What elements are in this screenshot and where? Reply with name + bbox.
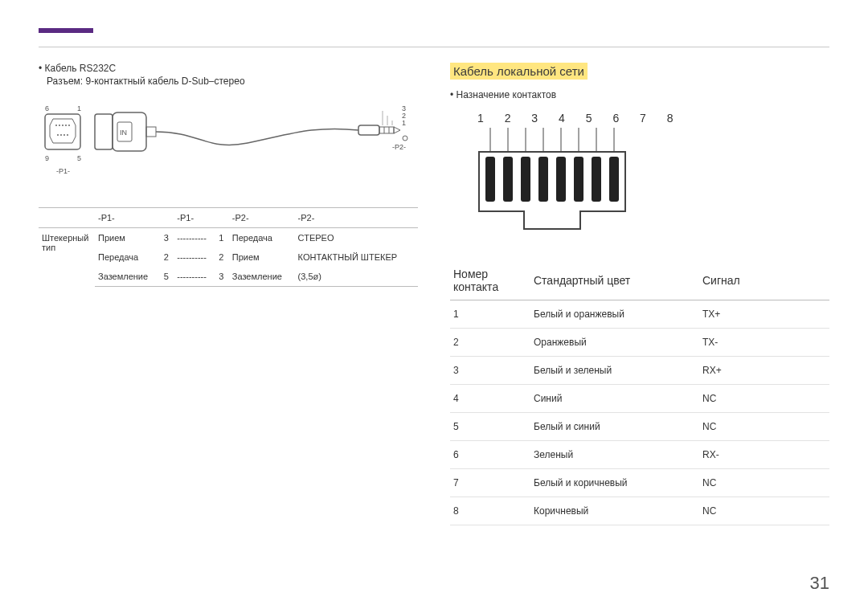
svg-point-2 — [62, 125, 63, 126]
hdr-p1b: -P1- — [174, 208, 215, 228]
svg-point-17 — [403, 136, 407, 141]
page-body: Кабель RS232C Разъем: 9-контактный кабел… — [39, 63, 829, 525]
hdr-p2a: -P2- — [229, 208, 295, 228]
table-row: 5Белый и синийNC — [450, 413, 829, 441]
stereo-plug-icon — [358, 125, 407, 141]
hdr-p2b: -P2- — [295, 208, 418, 228]
svg-rect-36 — [609, 157, 619, 202]
table-row: 6ЗеленыйRX- — [450, 441, 829, 469]
dsub-pin-table: -P1- -P1- -P2- -P2- Штекерный тип Прием … — [39, 207, 418, 287]
lan-heading: Кабель локальной сети — [450, 63, 588, 80]
svg-point-6 — [60, 134, 62, 136]
svg-rect-9 — [95, 114, 113, 149]
table-row: 8КоричневыйNC — [450, 497, 829, 525]
table-header-row: Номер контакта Стандартный цвет Сигнал — [450, 261, 829, 300]
table-row: Передача 2 ---------- 2 Прием КОНТАКТНЫЙ… — [39, 247, 418, 267]
pin5-label: 5 — [77, 154, 81, 162]
left-column: Кабель RS232C Разъем: 9-контактный кабел… — [39, 63, 418, 525]
right-column: Кабель локальной сети Назначение контакт… — [450, 63, 829, 525]
svg-point-5 — [57, 134, 59, 136]
pin6-label: 6 — [45, 104, 49, 112]
table-row: Заземление 5 ---------- 3 Заземление (3,… — [39, 267, 418, 287]
svg-point-7 — [63, 134, 65, 136]
svg-rect-31 — [521, 157, 530, 202]
svg-rect-32 — [538, 157, 548, 202]
svg-rect-30 — [503, 157, 513, 202]
lan-bullet: Назначение контактов — [450, 89, 829, 100]
db9-shell-icon: IN — [95, 112, 156, 151]
hdr-num: Номер контакта — [450, 261, 530, 300]
svg-point-8 — [67, 134, 68, 136]
p1-diag-label: -P1- — [56, 167, 70, 175]
lan-pinout-table: Номер контакта Стандартный цвет Сигнал 1… — [450, 261, 829, 525]
db9-front-icon — [45, 114, 80, 149]
p2-diag-label: -P2- — [392, 143, 406, 151]
svg-point-4 — [68, 125, 70, 126]
table-row: 7Белый и коричневыйNC — [450, 469, 829, 497]
header-accent — [39, 28, 93, 33]
cable-title: Кабель RS232C — [39, 63, 418, 74]
header-rule — [39, 47, 829, 47]
svg-point-3 — [65, 125, 67, 126]
dsub-diagram: 6 1 9 5 -P1- — [39, 95, 418, 199]
svg-point-1 — [59, 125, 60, 126]
rj45-icon — [479, 128, 625, 229]
pin1-label: 1 — [77, 104, 81, 112]
table-row: 1Белый и оранжевыйTX+ — [450, 300, 829, 329]
page-number: 31 — [810, 573, 829, 594]
pin9-label: 9 — [45, 154, 49, 162]
svg-rect-29 — [485, 157, 495, 202]
table-row: Штекерный тип Прием 3 ---------- 1 Перед… — [39, 228, 418, 248]
table-row: 2ОранжевыйTX- — [450, 329, 829, 357]
svg-rect-12 — [146, 127, 156, 137]
svg-rect-14 — [379, 127, 394, 133]
in-label: IN — [120, 129, 127, 137]
table-row: 4СинийNC — [450, 385, 829, 413]
rj45-diagram: 1 2 3 4 5 6 7 8 — [474, 112, 829, 243]
pin-numbers: 1 2 3 4 5 6 7 8 — [477, 112, 829, 125]
cable-icon — [156, 129, 358, 145]
svg-rect-33 — [556, 157, 566, 202]
hdr-color: Стандартный цвет — [530, 261, 699, 300]
svg-point-0 — [55, 125, 57, 126]
ring1: 1 — [402, 119, 406, 127]
connector-desc: Разъем: 9-контактный кабель D-Sub–стерео — [47, 76, 418, 87]
table-row: 3Белый и зеленыйRX+ — [450, 357, 829, 385]
svg-rect-13 — [358, 125, 379, 135]
table-header-row: -P1- -P1- -P2- -P2- — [39, 208, 418, 228]
rowlabel: Штекерный тип — [39, 228, 95, 287]
svg-rect-35 — [592, 157, 601, 202]
svg-rect-34 — [574, 157, 583, 202]
hdr-p1a: -P1- — [95, 208, 161, 228]
hdr-signal: Сигнал — [699, 261, 829, 300]
